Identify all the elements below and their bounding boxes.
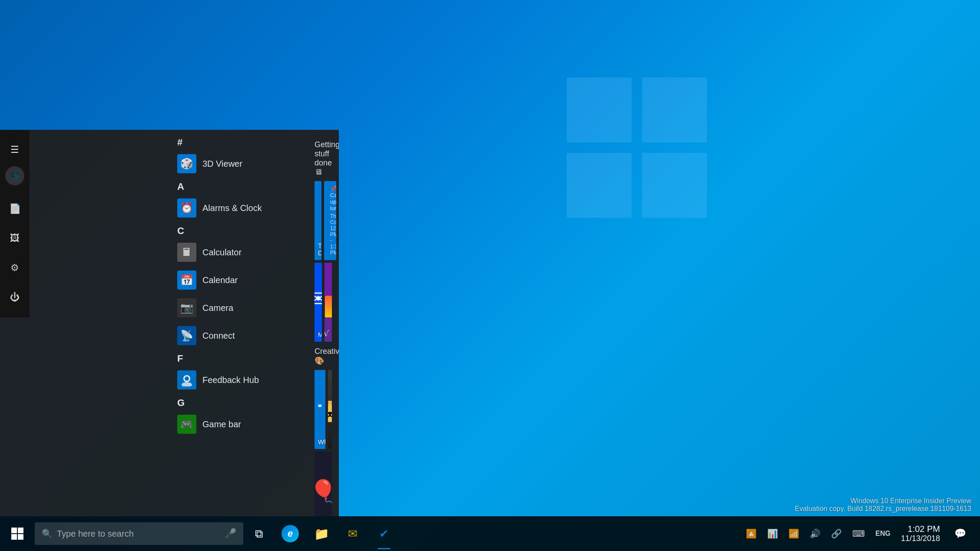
svg-rect-13	[18, 534, 23, 540]
tray-chevron[interactable]: 🔼	[744, 527, 758, 541]
tray-keyboard[interactable]: ⌨	[851, 527, 867, 541]
app-item-connect[interactable]: 📡 Connect	[169, 322, 308, 350]
mail-taskbar-button[interactable]: ✉	[337, 516, 368, 551]
tray-connect[interactable]: 🔗	[829, 527, 844, 541]
tray-wifi[interactable]: 📶	[787, 527, 801, 541]
onenote-screens	[324, 287, 332, 317]
system-info-line1: Windows 10 Enterprise Insider Preview	[795, 497, 971, 505]
app-icon-feedback	[177, 370, 196, 389]
tiles-area: Getting stuff done 🖥 ✔ To-Do 📌 Catching …	[308, 130, 339, 516]
cat-photo-display: 🐱	[328, 370, 332, 449]
hamburger-button[interactable]: ☰	[2, 137, 28, 163]
start-sidebar: ☰ 🌑 📄 🖼 ⚙ ⏻	[0, 130, 30, 317]
taskbar-right: 🔼 📊 📶 🔊 🔗 ⌨ ENG 1:02 PM 11/13/2018 💬	[744, 522, 980, 545]
taskbar-search-box[interactable]: 🔍 🎤	[35, 522, 243, 545]
windows-logo-icon	[11, 527, 24, 540]
tile-whiteboard[interactable]: Whiteboard	[315, 370, 325, 449]
app-icon-camera: 📷	[177, 298, 196, 317]
app-item-calculator[interactable]: 🖩 Calculator	[169, 238, 308, 266]
tiles-row-1: ✔ To-Do 📌 Catching up over lunch Tue The…	[315, 181, 332, 260]
app-list: # 🎲 3D Viewer A ⏰ Alarms & Clock C 🖩 Cal…	[169, 130, 308, 516]
mail-envelope-icon: ✉	[315, 286, 322, 312]
calendar-event-pin: 📌 Catching up over lunch	[330, 185, 336, 211]
taskbar: 🔍 🎤 ⧉ e 📁 ✉ ✔ 🔼 📊 📶 🔊 🔗 ⌨ ENG	[0, 516, 980, 551]
notification-center-button[interactable]: 💬	[949, 522, 971, 545]
system-info-overlay: Windows 10 Enterprise Insider Preview Ev…	[795, 497, 971, 513]
photos-cat-image: 🐱	[328, 370, 332, 449]
sidebar-btn-photos[interactable]: 🖼	[2, 225, 28, 251]
tile-section-label-getting: Getting stuff done 🖥	[315, 140, 332, 177]
tray-lang[interactable]: ENG	[874, 528, 892, 539]
todo-taskbar-button[interactable]: ✔	[368, 516, 400, 551]
onenote-label-row: 𝓝	[324, 329, 328, 338]
windows-logo-desktop	[563, 74, 711, 221]
task-view-button[interactable]: ⧉	[243, 516, 275, 551]
search-input[interactable]	[57, 529, 220, 539]
sidebar-btn-settings[interactable]: ⚙	[2, 255, 28, 281]
tiles-row-3: Whiteboard 🐱	[315, 370, 332, 449]
start-menu: ☰ 🌑 📄 🖼 ⚙ ⏻ # 🎲	[0, 130, 339, 516]
app-item-alarms[interactable]: ⏰ Alarms & Clock	[169, 194, 308, 222]
app-label-calendar: Calendar	[202, 275, 238, 285]
svg-rect-12	[11, 534, 17, 540]
hamburger-icon: ☰	[10, 144, 19, 155]
system-tray: 🔼 📊 📶 🔊 🔗 ⌨ ENG	[744, 527, 892, 541]
microphone-icon[interactable]: 🎤	[225, 528, 236, 539]
file-explorer-icon: 📁	[314, 527, 329, 541]
app-label-calculator: Calculator	[202, 247, 242, 257]
sidebar-btn-power[interactable]: ⏻	[2, 284, 28, 310]
svg-point-6	[182, 382, 192, 386]
start-button[interactable]	[0, 516, 35, 551]
avatar-icon: 🌑	[9, 170, 21, 181]
tray-volume[interactable]: 🔊	[808, 527, 822, 541]
clock-area[interactable]: 1:02 PM 11/13/2018	[897, 522, 944, 545]
app-item-3dviewer[interactable]: 🎲 3D Viewer	[169, 150, 308, 178]
svg-point-5	[185, 376, 189, 381]
tile-paint3d[interactable]: 🎈	[315, 452, 332, 516]
section-header-g: G	[169, 394, 308, 410]
section-header-c: C	[169, 222, 308, 238]
tile-todo[interactable]: ✔ To-Do	[315, 181, 321, 260]
app-item-camera[interactable]: 📷 Camera	[169, 294, 308, 322]
section-header-hash: #	[169, 133, 308, 150]
svg-rect-0	[567, 78, 632, 143]
clock-date: 11/13/2018	[901, 534, 940, 543]
app-label-alarms: Alarms & Clock	[202, 203, 262, 213]
svg-rect-1	[642, 78, 707, 143]
app-item-feedback[interactable]: Feedback Hub	[169, 366, 308, 394]
sidebar-btn-docs[interactable]: 📄	[2, 196, 28, 222]
app-item-gamebar[interactable]: 🎮 Game bar	[169, 410, 308, 438]
tile-calendar[interactable]: 📌 Catching up over lunch Tue The Commons…	[324, 181, 336, 260]
whiteboard-svg-icon	[318, 393, 322, 419]
tile-photos[interactable]: 🐱	[328, 370, 332, 449]
app-icon-gamebar: 🎮	[177, 415, 196, 434]
settings-icon: ⚙	[10, 262, 19, 274]
app-icon-alarms: ⏰	[177, 198, 196, 218]
user-avatar[interactable]: 🌑	[5, 166, 24, 185]
mail-taskbar-icon: ✉	[348, 527, 358, 541]
app-icon-3dviewer: 🎲	[177, 154, 196, 173]
svg-rect-11	[18, 528, 23, 533]
tile-todo-content: ✔	[318, 185, 321, 242]
whiteboard-icon-container	[318, 373, 322, 438]
file-explorer-button[interactable]: 📁	[306, 516, 337, 551]
svg-rect-2	[567, 153, 632, 218]
app-label-gamebar: Game bar	[202, 419, 241, 429]
tile-section-label-creativity: Creativity 🎨	[315, 347, 332, 366]
calendar-day-number: 13	[330, 256, 336, 260]
start-menu-left-panel: ☰ 🌑 📄 🖼 ⚙ ⏻	[0, 130, 169, 516]
onenote-n-logo: 𝓝	[324, 329, 328, 338]
tile-mail-label: Mail	[318, 331, 318, 338]
tray-network-activity[interactable]: 📊	[765, 527, 780, 541]
onenote-screen-2	[325, 296, 332, 317]
section-header-a: A	[169, 178, 308, 194]
notification-icon: 💬	[954, 528, 966, 539]
system-info-line2: Evaluation copy. Build 18282.rs_prerelea…	[795, 505, 971, 513]
tile-onenote[interactable]: 𝓝 OneNote	[324, 263, 332, 342]
tile-mail[interactable]: ✉ Mail	[315, 263, 322, 342]
docs-icon: 📄	[9, 203, 21, 214]
app-item-calendar[interactable]: 📅 Calendar	[169, 266, 308, 294]
app-icon-calendar: 📅	[177, 271, 196, 290]
app-label-connect: Connect	[202, 331, 235, 341]
edge-button[interactable]: e	[275, 516, 306, 551]
